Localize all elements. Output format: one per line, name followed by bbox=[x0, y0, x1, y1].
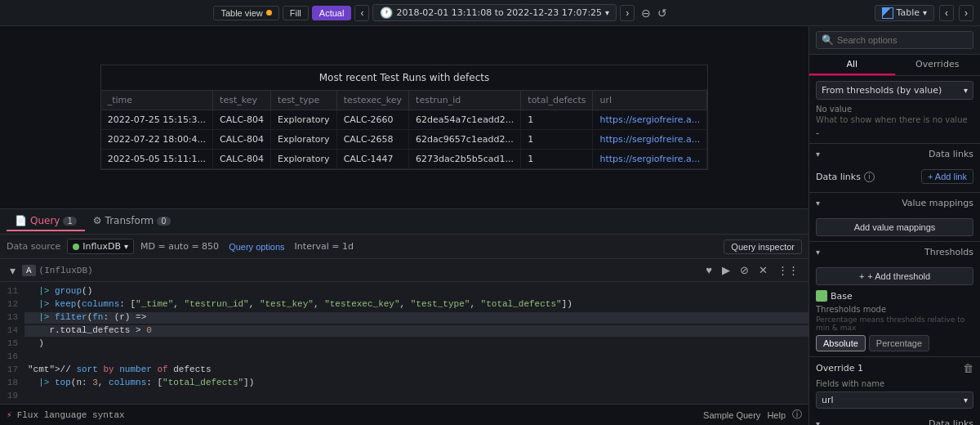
col-header-test-key: test_key bbox=[213, 91, 271, 110]
override-delete-button[interactable]: 🗑 bbox=[963, 362, 973, 374]
line-number: 16 bbox=[0, 351, 24, 363]
tab-query[interactable]: 📄 Query 1 bbox=[7, 212, 85, 231]
override-data-links-header[interactable]: ▾ Data links bbox=[809, 414, 980, 425]
flux-syntax-label: Flux language syntax bbox=[17, 410, 125, 420]
fill-button[interactable]: Fill bbox=[283, 6, 309, 20]
add-link-button[interactable]: + Add link bbox=[921, 169, 973, 184]
code-line: 12 |> keep(columns: ["_time", "testrun_i… bbox=[0, 298, 808, 311]
viz-area: Most recent Test Runs with defects _time… bbox=[0, 26, 808, 208]
data-links-info-icon[interactable]: i bbox=[864, 172, 875, 182]
table-viz-icon bbox=[882, 7, 893, 19]
override-data-links-label: Data links bbox=[929, 418, 973, 425]
tab-overrides[interactable]: Overrides bbox=[895, 55, 981, 75]
panel-tabs: All Overrides bbox=[809, 55, 980, 76]
query-icon: 📄 bbox=[15, 215, 27, 226]
time-range-selector[interactable]: 🕐 2018-02-01 13:11:08 to 2022-12-23 17:0… bbox=[372, 4, 617, 21]
value-mappings-header[interactable]: ▾ Value mappings bbox=[809, 193, 980, 213]
thresholds-mode-title: Thresholds mode bbox=[816, 305, 973, 314]
info-button[interactable]: ⓘ bbox=[792, 408, 802, 422]
search-wrapper: 🔍 bbox=[816, 31, 973, 49]
sample-query-button[interactable]: Sample Query bbox=[703, 410, 760, 420]
url-link[interactable]: https://sergiofreire.a... bbox=[599, 154, 700, 164]
editor-action-4[interactable]: ✕ bbox=[755, 263, 771, 277]
zoom-out-button[interactable]: ⊖ bbox=[638, 5, 654, 21]
table-cell: CALC-804 bbox=[213, 150, 271, 169]
thresholds-section-header[interactable]: ▾ Thresholds bbox=[809, 242, 980, 262]
code-line: 16 bbox=[0, 351, 808, 364]
collapse-button[interactable]: ▾ bbox=[7, 263, 19, 278]
override-1-section: Override 1 🗑 Fields with name url ▾ ▾ Da… bbox=[809, 357, 980, 425]
add-value-mappings-button[interactable]: Add value mappings bbox=[816, 218, 973, 236]
col-header-test-type: test_type bbox=[271, 91, 337, 110]
line-code[interactable]: ) bbox=[24, 338, 808, 350]
absolute-mode-button[interactable]: Absolute bbox=[816, 335, 866, 351]
table-cell: 6273dac2b5b5cad1... bbox=[409, 150, 521, 169]
line-code[interactable]: |> group() bbox=[24, 286, 808, 298]
value-mappings-section: ▾ Value mappings Add value mappings bbox=[809, 193, 980, 242]
thresholds-content: + + Add threshold Base Thresholds mode P… bbox=[809, 262, 980, 356]
threshold-base-label: Base bbox=[831, 291, 853, 302]
query-inspector-button[interactable]: Query inspector bbox=[724, 239, 802, 254]
add-threshold-button[interactable]: + + Add threshold bbox=[816, 267, 973, 285]
line-code[interactable]: |> keep(columns: ["_time", "testrun_id",… bbox=[24, 299, 808, 311]
line-number: 19 bbox=[0, 391, 24, 402]
line-code[interactable]: |> top(n: 3, columns: ["total_defects"]) bbox=[24, 378, 808, 389]
table-cell: 2022-07-25 15:15:3... bbox=[101, 110, 213, 130]
table-cell: 1 bbox=[521, 150, 593, 169]
viz-selector[interactable]: Table ▾ bbox=[875, 5, 934, 21]
panel-nav-left[interactable]: ‹ bbox=[939, 5, 954, 21]
search-icon: 🔍 bbox=[822, 34, 834, 46]
toolbar-right: Table ▾ ‹ › bbox=[875, 5, 973, 21]
help-button[interactable]: Help bbox=[767, 410, 786, 420]
line-code[interactable]: "cmt">// sort by number of defects bbox=[24, 365, 808, 376]
refresh-button[interactable]: ↺ bbox=[657, 7, 667, 20]
data-links-label: Data links i bbox=[816, 172, 875, 182]
tab-all[interactable]: All bbox=[809, 55, 895, 75]
absolute-label: Absolute bbox=[823, 338, 858, 348]
editor-action-2[interactable]: ▶ bbox=[719, 263, 733, 277]
chevron-right-icon-2: ▾ bbox=[816, 199, 820, 208]
data-links-text: Data links bbox=[816, 172, 861, 182]
table-row: 2022-07-25 15:15:3...CALC-804Exploratory… bbox=[101, 110, 707, 130]
table-cell: Exploratory bbox=[271, 150, 337, 169]
threshold-dropdown[interactable]: From thresholds (by value) ▾ bbox=[816, 81, 973, 100]
table-cell: CALC-804 bbox=[213, 130, 271, 150]
editor-action-3[interactable]: ⊘ bbox=[737, 263, 752, 277]
line-number: 12 bbox=[0, 299, 24, 311]
search-input[interactable] bbox=[837, 35, 968, 45]
actual-button[interactable]: Actual bbox=[312, 6, 352, 20]
fields-input[interactable]: url ▾ bbox=[816, 391, 973, 409]
value-mappings-label: Value mappings bbox=[902, 198, 973, 208]
editor-action-1[interactable]: ♥ bbox=[702, 263, 715, 277]
line-code[interactable]: |> filter(fn: (r) => bbox=[24, 312, 808, 324]
data-links-section-label: Data links bbox=[929, 149, 973, 159]
data-table: _time test_key test_type testexec_key te… bbox=[101, 91, 708, 169]
line-code[interactable] bbox=[24, 391, 808, 402]
code-lines[interactable]: 11 |> group()12 |> keep(columns: ["_time… bbox=[0, 282, 808, 404]
no-value-label: No value bbox=[816, 105, 973, 114]
add-threshold-icon: + bbox=[859, 271, 864, 281]
tab-overrides-label: Overrides bbox=[915, 59, 959, 69]
override-title: Override 1 bbox=[816, 363, 863, 374]
line-code[interactable] bbox=[24, 351, 808, 363]
table-row: 2022-05-05 15:11:1...CALC-804Exploratory… bbox=[101, 150, 707, 169]
url-link[interactable]: https://sergiofreire.a... bbox=[599, 114, 700, 125]
tab-transform[interactable]: ⚙ Transform 0 bbox=[85, 212, 179, 231]
table-cell: https://sergiofreire.a... bbox=[593, 150, 707, 169]
chevron-right-icon-3: ▾ bbox=[816, 248, 820, 257]
table-view-button[interactable]: Table view bbox=[213, 6, 278, 20]
flux-syntax-button[interactable]: ⚡ Flux language syntax bbox=[7, 409, 125, 420]
url-link[interactable]: https://sergiofreire.a... bbox=[599, 134, 700, 145]
nav-back-button[interactable]: ‹ bbox=[354, 5, 369, 21]
line-code[interactable]: r.total_defects > 0 bbox=[24, 325, 808, 337]
query-inspector-label: Query inspector bbox=[731, 242, 795, 252]
percentage-mode-button[interactable]: Percentage bbox=[869, 335, 929, 351]
query-options-button[interactable]: Query options bbox=[225, 240, 287, 253]
add-link-label: + Add link bbox=[928, 172, 967, 181]
datasource-selector[interactable]: InfluxDB ▾ bbox=[67, 239, 134, 254]
editor-action-5[interactable]: ⋮⋮ bbox=[774, 263, 802, 277]
code-line: 14 r.total_defects > 0 bbox=[0, 324, 808, 338]
nav-forward-button[interactable]: › bbox=[620, 5, 635, 21]
panel-nav-right[interactable]: › bbox=[959, 5, 973, 21]
data-links-header[interactable]: ▾ Data links bbox=[809, 144, 980, 164]
